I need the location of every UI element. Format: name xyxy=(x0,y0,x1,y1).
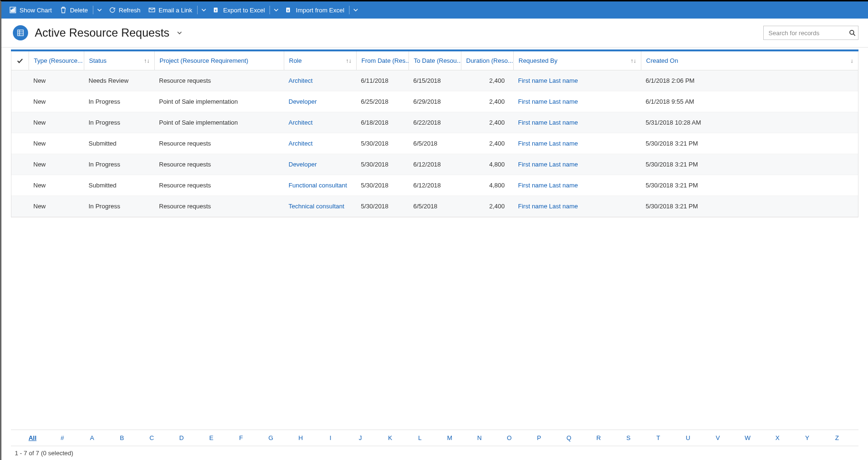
view-selector[interactable]: Active Resource Requests xyxy=(35,26,183,39)
cell-requested-by-link[interactable]: First name Last name xyxy=(513,77,641,84)
cell-project: Resource requests xyxy=(154,203,284,210)
cell-to-date: 6/29/2018 xyxy=(409,98,461,105)
svg-rect-3 xyxy=(14,8,15,12)
index-filter-r[interactable]: R xyxy=(584,434,614,441)
column-header-status[interactable]: Status↑↓ xyxy=(84,51,154,70)
column-header-duration[interactable]: Duration (Reso... xyxy=(461,51,513,70)
delete-dropdown[interactable] xyxy=(94,1,105,19)
cell-created-on: 5/30/2018 3:21 PM xyxy=(641,182,858,189)
index-filter-e[interactable]: E xyxy=(196,434,226,441)
export-excel-button[interactable]: x Export to Excel xyxy=(209,1,269,19)
column-header-to-date[interactable]: To Date (Resou... xyxy=(409,51,461,70)
cell-status: Needs Review xyxy=(84,77,154,84)
column-header-created-on[interactable]: Created On↓ xyxy=(641,51,858,70)
cell-role-link[interactable]: Developer xyxy=(284,161,356,168)
show-chart-button[interactable]: Show Chart xyxy=(5,1,56,19)
index-filter-w[interactable]: W xyxy=(733,434,763,441)
index-filter-m[interactable]: M xyxy=(435,434,465,441)
index-filter-j[interactable]: J xyxy=(345,434,375,441)
index-filter-u[interactable]: U xyxy=(673,434,703,441)
index-filter-#[interactable]: # xyxy=(48,434,78,441)
cell-requested-by-link[interactable]: First name Last name xyxy=(513,119,641,126)
cell-role-link[interactable]: Developer xyxy=(284,98,356,105)
import-excel-button[interactable]: x Import from Excel xyxy=(281,1,348,19)
email-link-button[interactable]: Email a Link xyxy=(144,1,196,19)
index-filter-n[interactable]: N xyxy=(465,434,495,441)
cell-role-link[interactable]: Technical consultant xyxy=(284,203,356,210)
export-excel-dropdown[interactable] xyxy=(271,1,281,19)
cell-project: Resource requests xyxy=(154,140,284,147)
index-filter-q[interactable]: Q xyxy=(554,434,584,441)
cell-to-date: 6/12/2018 xyxy=(409,161,461,168)
index-filter-a[interactable]: A xyxy=(77,434,107,441)
cell-to-date: 6/5/2018 xyxy=(409,203,461,210)
import-excel-dropdown[interactable] xyxy=(350,1,361,19)
index-filter-all[interactable]: All xyxy=(18,434,48,441)
search-box xyxy=(763,26,858,40)
table-row[interactable]: NewIn ProgressResource requestsDeveloper… xyxy=(11,154,858,175)
cell-requested-by-link[interactable]: First name Last name xyxy=(513,161,641,168)
column-header-requested-by[interactable]: Requested By↑↓ xyxy=(513,51,641,70)
index-filter-f[interactable]: F xyxy=(226,434,256,441)
index-filter-k[interactable]: K xyxy=(375,434,405,441)
cell-role-link[interactable]: Architect xyxy=(284,140,356,147)
index-filter-s[interactable]: S xyxy=(614,434,644,441)
cell-project: Point of Sale implementation xyxy=(154,98,284,105)
index-filter-y[interactable]: Y xyxy=(792,434,822,441)
column-header-role[interactable]: Role↑↓ xyxy=(284,51,356,70)
column-header-project[interactable]: Project (Resource Requirement) xyxy=(154,51,284,70)
cell-created-on: 6/1/2018 2:06 PM xyxy=(641,77,858,84)
table-row[interactable]: NewIn ProgressPoint of Sale implementati… xyxy=(11,112,858,133)
table-row[interactable]: NewNeeds ReviewResource requestsArchitec… xyxy=(11,70,858,91)
cell-requested-by-link[interactable]: First name Last name xyxy=(513,182,641,189)
grid-header-row: Type (Resource... Status↑↓ Project (Reso… xyxy=(11,51,858,70)
app-frame: Show Chart Delete Refresh Email a Link xyxy=(0,0,868,460)
table-row[interactable]: NewIn ProgressResource requestsTechnical… xyxy=(11,196,858,217)
index-filter-l[interactable]: L xyxy=(405,434,435,441)
svg-rect-9 xyxy=(18,30,23,36)
index-filter-v[interactable]: V xyxy=(703,434,733,441)
grid-container: Type (Resource... Status↑↓ Project (Reso… xyxy=(1,48,868,430)
index-filter-c[interactable]: C xyxy=(137,434,167,441)
cell-type: New xyxy=(29,77,84,84)
cell-to-date: 6/22/2018 xyxy=(409,119,461,126)
cell-type: New xyxy=(29,119,84,126)
grid-body: NewNeeds ReviewResource requestsArchitec… xyxy=(11,70,858,217)
index-filter-t[interactable]: T xyxy=(643,434,673,441)
index-filter-z[interactable]: Z xyxy=(822,434,852,441)
table-row[interactable]: NewSubmittedResource requestsFunctional … xyxy=(11,175,858,196)
cell-project: Resource requests xyxy=(154,77,284,84)
cell-requested-by-link[interactable]: First name Last name xyxy=(513,203,641,210)
table-row[interactable]: NewIn ProgressPoint of Sale implementati… xyxy=(11,91,858,112)
index-filter-o[interactable]: O xyxy=(494,434,524,441)
email-link-dropdown[interactable] xyxy=(199,1,209,19)
cell-from-date: 6/25/2018 xyxy=(356,98,409,105)
cell-type: New xyxy=(29,203,84,210)
trash-icon xyxy=(60,6,67,14)
cell-duration: 2,400 xyxy=(461,140,513,147)
column-header-from-date[interactable]: From Date (Res... xyxy=(356,51,409,70)
cell-requested-by-link[interactable]: First name Last name xyxy=(513,98,641,105)
index-filter-g[interactable]: G xyxy=(256,434,286,441)
delete-button[interactable]: Delete xyxy=(56,1,92,19)
search-input[interactable] xyxy=(763,26,858,40)
index-filter-h[interactable]: H xyxy=(286,434,316,441)
index-filter-x[interactable]: X xyxy=(762,434,792,441)
cell-to-date: 6/5/2018 xyxy=(409,140,461,147)
cell-role-link[interactable]: Architect xyxy=(284,77,356,84)
chart-icon xyxy=(9,6,17,14)
cell-role-link[interactable]: Architect xyxy=(284,119,356,126)
index-filter-d[interactable]: D xyxy=(167,434,197,441)
refresh-button[interactable]: Refresh xyxy=(105,1,145,19)
select-all-checkbox[interactable] xyxy=(11,51,29,70)
index-filter-b[interactable]: B xyxy=(107,434,137,441)
cell-requested-by-link[interactable]: First name Last name xyxy=(513,140,641,147)
cell-role-link[interactable]: Functional consultant xyxy=(284,182,356,189)
table-row[interactable]: NewSubmittedResource requestsArchitect5/… xyxy=(11,133,858,154)
import-excel-label: Import from Excel xyxy=(296,7,344,14)
column-header-type[interactable]: Type (Resource... xyxy=(29,51,84,70)
index-filter-i[interactable]: I xyxy=(316,434,346,441)
index-filter-p[interactable]: P xyxy=(524,434,554,441)
cell-status: In Progress xyxy=(84,203,154,210)
cell-created-on: 5/30/2018 3:21 PM xyxy=(641,203,858,210)
